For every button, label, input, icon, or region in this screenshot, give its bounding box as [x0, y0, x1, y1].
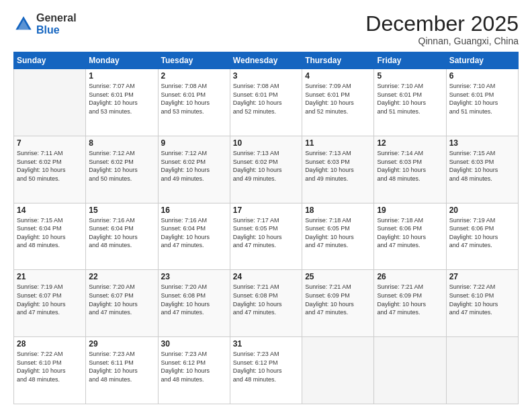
day-number: 9 [161, 138, 227, 148]
week-row-2: 14Sunrise: 7:15 AM Sunset: 6:04 PM Dayli… [14, 203, 519, 270]
logo-general-text: General [36, 12, 77, 24]
day-number: 7 [17, 138, 83, 148]
header: General Blue December 2025 Qinnan, Guang… [13, 12, 519, 46]
day-info: Sunrise: 7:15 AM Sunset: 6:03 PM Dayligh… [449, 149, 515, 183]
day-info: Sunrise: 7:19 AM Sunset: 6:06 PM Dayligh… [449, 216, 515, 250]
day-cell-0-0 [14, 69, 86, 136]
day-cell-4-1: 29Sunrise: 7:23 AM Sunset: 6:11 PM Dayli… [86, 337, 158, 404]
day-info: Sunrise: 7:11 AM Sunset: 6:02 PM Dayligh… [17, 149, 83, 183]
day-cell-2-5: 19Sunrise: 7:18 AM Sunset: 6:06 PM Dayli… [374, 203, 446, 270]
day-number: 29 [89, 339, 154, 349]
day-cell-2-3: 17Sunrise: 7:17 AM Sunset: 6:05 PM Dayli… [230, 203, 302, 270]
day-cell-4-2: 30Sunrise: 7:23 AM Sunset: 6:12 PM Dayli… [158, 337, 230, 404]
day-info: Sunrise: 7:12 AM Sunset: 6:02 PM Dayligh… [161, 149, 227, 183]
logo-text: General Blue [36, 12, 77, 36]
day-cell-2-0: 14Sunrise: 7:15 AM Sunset: 6:04 PM Dayli… [14, 203, 86, 270]
day-info: Sunrise: 7:19 AM Sunset: 6:07 PM Dayligh… [17, 283, 83, 316]
calendar-table: SundayMondayTuesdayWednesdayThursdayFrid… [13, 52, 519, 404]
logo-blue-text: Blue [36, 24, 77, 36]
day-cell-3-4: 25Sunrise: 7:21 AM Sunset: 6:09 PM Dayli… [302, 270, 374, 337]
day-cell-2-2: 16Sunrise: 7:16 AM Sunset: 6:04 PM Dayli… [158, 203, 230, 270]
day-cell-2-6: 20Sunrise: 7:19 AM Sunset: 6:06 PM Dayli… [446, 203, 518, 270]
day-cell-1-4: 11Sunrise: 7:13 AM Sunset: 6:03 PM Dayli… [302, 136, 374, 203]
day-cell-3-0: 21Sunrise: 7:19 AM Sunset: 6:07 PM Dayli… [14, 270, 86, 337]
day-number: 22 [89, 272, 154, 281]
header-thursday: Thursday [302, 52, 374, 69]
day-number: 17 [233, 205, 299, 215]
day-info: Sunrise: 7:14 AM Sunset: 6:03 PM Dayligh… [377, 149, 443, 183]
day-info: Sunrise: 7:23 AM Sunset: 6:12 PM Dayligh… [233, 350, 299, 383]
day-number: 31 [233, 339, 299, 349]
month-title: December 2025 [365, 12, 519, 36]
day-info: Sunrise: 7:12 AM Sunset: 6:02 PM Dayligh… [89, 149, 154, 183]
day-cell-3-1: 22Sunrise: 7:20 AM Sunset: 6:07 PM Dayli… [86, 270, 158, 337]
day-number: 6 [449, 71, 515, 81]
day-cell-0-1: 1Sunrise: 7:07 AM Sunset: 6:01 PM Daylig… [86, 69, 158, 136]
header-row: SundayMondayTuesdayWednesdayThursdayFrid… [14, 52, 519, 69]
day-info: Sunrise: 7:18 AM Sunset: 6:05 PM Dayligh… [305, 216, 371, 250]
day-number: 3 [233, 71, 299, 81]
day-number: 2 [161, 71, 227, 81]
day-cell-3-6: 27Sunrise: 7:22 AM Sunset: 6:10 PM Dayli… [446, 270, 518, 337]
header-wednesday: Wednesday [230, 52, 302, 69]
day-cell-0-3: 3Sunrise: 7:08 AM Sunset: 6:01 PM Daylig… [230, 69, 302, 136]
day-info: Sunrise: 7:23 AM Sunset: 6:12 PM Dayligh… [161, 350, 227, 383]
day-info: Sunrise: 7:07 AM Sunset: 6:01 PM Dayligh… [89, 82, 154, 116]
week-row-0: 1Sunrise: 7:07 AM Sunset: 6:01 PM Daylig… [14, 69, 519, 136]
day-info: Sunrise: 7:18 AM Sunset: 6:06 PM Dayligh… [377, 216, 443, 250]
day-number: 28 [17, 339, 83, 349]
day-number: 15 [89, 205, 154, 215]
day-number: 23 [161, 272, 227, 281]
day-cell-4-5 [374, 337, 446, 404]
day-number: 4 [305, 71, 371, 81]
day-number: 5 [377, 71, 443, 81]
day-cell-2-1: 15Sunrise: 7:16 AM Sunset: 6:04 PM Dayli… [86, 203, 158, 270]
day-cell-0-5: 5Sunrise: 7:10 AM Sunset: 6:01 PM Daylig… [374, 69, 446, 136]
day-number: 16 [161, 205, 227, 215]
day-info: Sunrise: 7:22 AM Sunset: 6:10 PM Dayligh… [449, 283, 515, 316]
header-friday: Friday [374, 52, 446, 69]
day-info: Sunrise: 7:10 AM Sunset: 6:01 PM Dayligh… [377, 82, 443, 116]
day-number: 11 [305, 138, 371, 148]
day-number: 30 [161, 339, 227, 349]
day-cell-1-0: 7Sunrise: 7:11 AM Sunset: 6:02 PM Daylig… [14, 136, 86, 203]
day-number: 20 [449, 205, 515, 215]
logo: General Blue [13, 12, 77, 36]
day-cell-0-4: 4Sunrise: 7:09 AM Sunset: 6:01 PM Daylig… [302, 69, 374, 136]
location: Qinnan, Guangxi, China [365, 36, 519, 46]
day-info: Sunrise: 7:21 AM Sunset: 6:09 PM Dayligh… [305, 283, 371, 316]
day-number: 13 [449, 138, 515, 148]
day-info: Sunrise: 7:20 AM Sunset: 6:07 PM Dayligh… [89, 283, 154, 316]
day-cell-2-4: 18Sunrise: 7:18 AM Sunset: 6:05 PM Dayli… [302, 203, 374, 270]
day-number: 1 [89, 71, 154, 81]
day-number: 18 [305, 205, 371, 215]
header-monday: Monday [86, 52, 158, 69]
day-cell-1-3: 10Sunrise: 7:13 AM Sunset: 6:02 PM Dayli… [230, 136, 302, 203]
day-number: 8 [89, 138, 154, 148]
day-info: Sunrise: 7:16 AM Sunset: 6:04 PM Dayligh… [89, 216, 154, 250]
day-info: Sunrise: 7:22 AM Sunset: 6:10 PM Dayligh… [17, 350, 83, 383]
day-cell-3-5: 26Sunrise: 7:21 AM Sunset: 6:09 PM Dayli… [374, 270, 446, 337]
week-row-4: 28Sunrise: 7:22 AM Sunset: 6:10 PM Dayli… [14, 337, 519, 404]
day-info: Sunrise: 7:09 AM Sunset: 6:01 PM Dayligh… [305, 82, 371, 116]
day-cell-0-6: 6Sunrise: 7:10 AM Sunset: 6:01 PM Daylig… [446, 69, 518, 136]
day-info: Sunrise: 7:20 AM Sunset: 6:08 PM Dayligh… [161, 283, 227, 316]
day-cell-4-0: 28Sunrise: 7:22 AM Sunset: 6:10 PM Dayli… [14, 337, 86, 404]
day-number: 26 [377, 272, 443, 281]
day-cell-3-2: 23Sunrise: 7:20 AM Sunset: 6:08 PM Dayli… [158, 270, 230, 337]
day-info: Sunrise: 7:21 AM Sunset: 6:08 PM Dayligh… [233, 283, 299, 316]
day-number: 21 [17, 272, 83, 281]
day-info: Sunrise: 7:13 AM Sunset: 6:03 PM Dayligh… [305, 149, 371, 183]
day-info: Sunrise: 7:15 AM Sunset: 6:04 PM Dayligh… [17, 216, 83, 250]
day-cell-1-5: 12Sunrise: 7:14 AM Sunset: 6:03 PM Dayli… [374, 136, 446, 203]
day-info: Sunrise: 7:08 AM Sunset: 6:01 PM Dayligh… [233, 82, 299, 116]
title-block: December 2025 Qinnan, Guangxi, China [365, 12, 519, 46]
day-cell-1-1: 8Sunrise: 7:12 AM Sunset: 6:02 PM Daylig… [86, 136, 158, 203]
day-cell-1-6: 13Sunrise: 7:15 AM Sunset: 6:03 PM Dayli… [446, 136, 518, 203]
day-info: Sunrise: 7:21 AM Sunset: 6:09 PM Dayligh… [377, 283, 443, 316]
header-tuesday: Tuesday [158, 52, 230, 69]
week-row-3: 21Sunrise: 7:19 AM Sunset: 6:07 PM Dayli… [14, 270, 519, 337]
logo-icon [13, 14, 34, 34]
day-number: 25 [305, 272, 371, 281]
week-row-1: 7Sunrise: 7:11 AM Sunset: 6:02 PM Daylig… [14, 136, 519, 203]
